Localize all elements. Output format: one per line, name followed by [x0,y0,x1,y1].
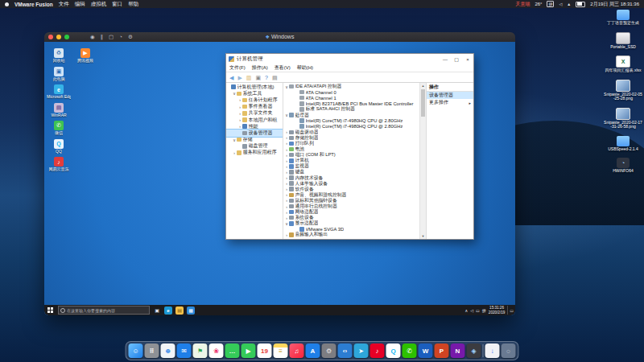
dock-item[interactable]: P [435,343,449,358]
menubar-menu-item[interactable]: 窗口 [112,1,122,8]
action-center-icon[interactable]: ▭ [507,306,514,315]
cm-menu-item[interactable]: 查看(V) [275,64,291,72]
taskbar-app-button[interactable]: ▣ [151,305,163,315]
dock-item[interactable]: ➤ [354,343,369,358]
menubar-weather[interactable]: 26° [535,2,542,6]
vmware-titlebar[interactable]: ◉∥▢◔⚙ ❖Windows [44,32,515,42]
dock-item[interactable]: ↓ [485,343,500,358]
dock-item[interactable]: … [225,343,240,358]
taskbar-app-button[interactable]: ▤ [174,305,185,315]
console-tree-node[interactable]: › 服务和应用程序 [226,150,283,156]
dock-item[interactable]: ⊕ [161,343,175,358]
mmc-toolbar-button[interactable]: ▤ [272,75,278,80]
dock-item[interactable]: ⚑ [193,343,208,358]
mac-desktop-icon[interactable]: Snipaste_2020-02-05-25-28.png [604,80,642,101]
more-actions[interactable]: 更多操作 ▸ [427,99,473,106]
device-tree-node[interactable]: ∨ IDE ATA/ATAPI 控制器 [284,84,419,89]
dock-item[interactable]: N [451,343,465,358]
input-method-icon[interactable]: 拼 [547,1,554,7]
dock-item[interactable]: ‹› [338,343,353,358]
dock-item[interactable]: 19 [258,343,272,358]
cm-titlebar[interactable]: 计算机管理 —▢× [226,54,473,64]
dock-item[interactable]: ♫ [290,343,304,358]
scroll-up-icon[interactable]: ▲ [420,83,426,88]
taskbar-app-button[interactable]: ▦ [185,305,196,315]
windows-desktop-icon[interactable]: ▤ WinRAR [47,103,70,118]
window-control-button[interactable]: — [440,54,451,64]
vertical-scrollbar[interactable]: ▲ ▼ [419,83,426,239]
tray-icon[interactable]: 拼 [482,308,486,313]
dock-item[interactable]: ☺ [129,343,143,358]
device-tree-node[interactable]: ∨ 处理器 [284,112,419,117]
dock-item[interactable]: ▶ [242,343,256,358]
device-tree-node[interactable]: ATA Channel 1 [284,95,419,101]
mac-desktop-icon[interactable]: Portable_SSD [604,32,642,50]
vm-toolbar-button[interactable]: ∥ [101,32,103,42]
taskbar-app-button[interactable]: e [163,305,174,315]
dock-item[interactable]: ⚙ [322,343,336,358]
device-tree-node[interactable]: ∨ 显示适配器 [284,220,419,226]
menubar-menu-item[interactable]: 文件 [59,1,69,8]
menubar-menu-item[interactable]: 帮助 [128,1,138,8]
dock-item[interactable]: ◈ [467,343,481,358]
dock-item[interactable]: ≡ [274,343,288,358]
taskbar-clock[interactable]: 15:31:26 2020/2/19 [489,306,505,314]
windows-desktop-icon[interactable]: ♻ 回收站 [47,48,70,64]
mmc-toolbar-button[interactable]: ▥ [246,75,252,80]
menubar-menu-item[interactable]: 编辑 [75,1,85,8]
menubar-menu-item[interactable]: 虚拟机 [91,1,107,8]
mmc-toolbar-button[interactable]: ◀ [229,75,233,80]
mac-desktop-icon[interactable]: X 四年项目汇报表.xlsx [604,56,642,73]
wifi-icon[interactable]: ▲ [567,2,571,6]
windows-desktop-icon[interactable]: ✆ 微信 [47,121,70,136]
menubar-now-playing-text[interactable]: 天意喵 [515,1,530,8]
mmc-toolbar-button[interactable]: ▶ [237,75,242,80]
dock-item[interactable]: ❀ [209,343,224,358]
mac-desktop-icon[interactable]: ◔ HWiNFO64 [604,158,642,174]
vm-toolbar-button[interactable]: ◔ [119,32,122,42]
scroll-down-icon[interactable]: ▼ [420,233,426,239]
mac-desktop-icon[interactable]: 丁丁语音预定生成 [604,10,642,26]
dock-item[interactable]: W [419,343,433,358]
window-control-button[interactable]: ▢ [451,54,462,64]
tray-icon[interactable]: ◁ [470,308,473,313]
device-tree-node[interactable]: Intel(R) Core(TM) i7-4980HQ CPU @ 2.80GH… [284,118,419,124]
device-tree-node[interactable]: › 音频输入和输出 [284,232,419,237]
dock-item[interactable]: A [306,343,320,358]
mmc-toolbar-button[interactable]: ▣ [255,75,261,80]
volume-icon[interactable]: ◁ [559,2,562,6]
dock-item[interactable]: ✉ [177,343,192,358]
windows-desktop-icon[interactable]: ▶ 腾讯视频 [74,48,97,64]
vm-toolbar-button[interactable]: ▢ [109,32,114,42]
scrollbar-thumb[interactable] [421,89,425,117]
windows-desktop-icon[interactable]: ▣ 此电脑 [47,67,70,82]
device-tree-node[interactable]: › 监视器 [284,163,419,169]
start-button[interactable] [44,305,56,315]
window-control-button[interactable]: × [462,54,473,64]
windows-desktop-icon[interactable]: Q QQ [47,139,70,154]
apple-logo-icon[interactable] [5,2,9,6]
dock-item[interactable] [483,344,484,357]
tray-icon[interactable]: ∧ [465,308,469,313]
vm-toolbar-button[interactable]: ◉ [90,32,95,42]
battery-icon[interactable] [576,2,585,7]
mac-desktop-icon[interactable]: Snipaste_2020-02-17-31-26-58.png [604,108,642,130]
actions-device-manager[interactable]: 设备管理器 [427,92,473,99]
tray-icon[interactable]: ▭ [476,308,480,313]
mmc-toolbar-button[interactable]: ? [265,75,268,80]
dock-item[interactable]: ♪ [370,343,385,358]
cm-menu-item[interactable]: 操作(A) [252,64,268,72]
cm-menu-item[interactable]: 帮助(H) [297,64,313,72]
dock-item[interactable]: ◌ [502,343,516,358]
device-tree-node[interactable]: ATA Channel 0 [284,89,419,95]
dock-item[interactable]: Q [386,343,401,358]
menubar-app-name[interactable]: VMware Fusion [14,2,53,7]
device-tree-node[interactable]: › 打印队列 [284,141,419,146]
console-tree-node[interactable]: 设备管理器 [226,130,283,136]
dock-item[interactable]: ✆ [402,343,417,358]
windows-desktop-icon[interactable]: ♪ 网易云音乐 [47,157,70,172]
dock-item[interactable]: ⠿ [145,343,159,358]
taskbar-search-input[interactable]: 在这里输入你要搜索的内容 [58,306,150,315]
mac-desktop-icon[interactable]: USBSpeed-2.1.4 [604,136,642,152]
cm-menu-item[interactable]: 文件(F) [229,64,246,72]
